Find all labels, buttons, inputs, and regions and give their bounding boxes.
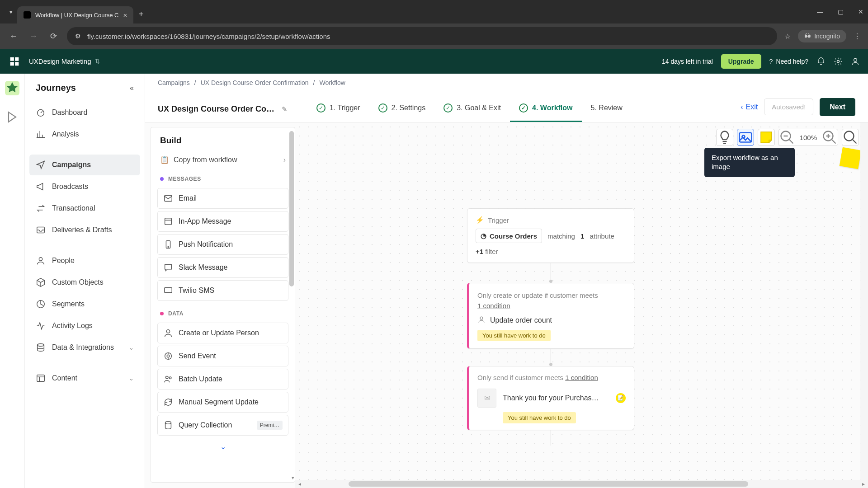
step-review[interactable]: 5. Review [582, 96, 632, 122]
email-title: Thank you for your Purchas… [503, 394, 609, 402]
help-icon: ? [769, 58, 773, 65]
account-icon[interactable] [851, 57, 860, 66]
collapse-sidebar-icon[interactable]: « [130, 84, 134, 92]
scroll-right-icon[interactable]: ▸ [859, 481, 868, 487]
step-goal[interactable]: ✓3. Goal & Exit [434, 96, 510, 122]
send-icon [36, 160, 46, 170]
megaphone-icon [36, 182, 46, 192]
sidebar-item-campaigns[interactable]: Campaigns [29, 155, 140, 175]
workspace-switcher[interactable]: UXDesign Marketing ⇅ [29, 57, 100, 65]
block-send-event[interactable]: Send Event [157, 346, 288, 366]
sidebar-item-transactional[interactable]: Transactional [29, 198, 140, 219]
sidebar-item-analysis[interactable]: Analysis [29, 124, 140, 145]
sidebar-item-content[interactable]: Content ⌄ [29, 368, 140, 389]
svg-point-23 [844, 131, 854, 141]
sidebar-item-data[interactable]: Data & Integrations ⌄ [29, 337, 140, 358]
horizontal-scrollbar[interactable]: ◂ ▸ [295, 480, 868, 488]
help-label: Need help? [776, 58, 808, 65]
search-button[interactable] [842, 129, 859, 146]
sidebar-item-people[interactable]: People [29, 250, 140, 271]
sidebar-item-label: Transactional [52, 204, 95, 212]
copy-from-workflow-button[interactable]: 📋 Copy from workflow › [157, 151, 288, 169]
window-close-icon[interactable]: ✕ [858, 8, 863, 15]
step-workflow[interactable]: ✓4. Workflow [510, 96, 582, 122]
svg-point-15 [167, 355, 170, 357]
switch-icon: ⇅ [95, 58, 100, 65]
workflow-canvas[interactable]: 100% Export workflow as an image ⚡Trigge… [295, 122, 868, 488]
block-batch[interactable]: Batch Update [157, 369, 288, 389]
lightbulb-button[interactable] [716, 129, 733, 146]
block-twilio[interactable]: Twilio SMS [157, 280, 288, 301]
window-minimize-icon[interactable]: — [817, 8, 823, 15]
close-icon[interactable]: × [123, 11, 127, 19]
sidebar-item-broadcasts[interactable]: Broadcasts [29, 176, 140, 197]
rail-item-icon[interactable] [5, 110, 19, 124]
zoom-control: 100% [778, 129, 838, 146]
help-link[interactable]: ? Need help? [769, 58, 808, 65]
incognito-label: Incognito [814, 33, 840, 40]
site-settings-icon[interactable]: ⚙ [75, 33, 81, 40]
address-bar[interactable]: ⚙ fly.customer.io/workspaces/160831/jour… [67, 27, 777, 45]
sidebar-item-label: Analysis [52, 130, 79, 138]
sidebar-item-deliveries[interactable]: Deliveries & Drafts [29, 220, 140, 240]
scrollbar[interactable] [289, 131, 294, 477]
rail-journeys-icon[interactable] [5, 81, 19, 95]
sidebar-item-dashboard[interactable]: Dashboard [29, 102, 140, 123]
vertical-scrollbar[interactable] [860, 122, 868, 480]
canvas-toolbar: 100% [716, 129, 859, 146]
app-logo[interactable] [8, 55, 21, 68]
sidebar-item-segments[interactable]: Segments [29, 294, 140, 314]
settings-icon[interactable] [834, 57, 843, 66]
sidebar-title: Journeys [36, 83, 76, 93]
browser-toolbar: ← → ⟳ ⚙ fly.customer.io/workspaces/16083… [0, 23, 868, 49]
workspace-name: UXDesign Marketing [29, 57, 91, 65]
upgrade-button[interactable]: Upgrade [721, 54, 761, 69]
scroll-left-icon[interactable]: ◂ [295, 481, 304, 487]
trigger-node[interactable]: ⚡Trigger ◔Course Orders matching 1 attri… [467, 208, 634, 263]
sidebar-item-objects[interactable]: Custom Objects [29, 272, 140, 293]
block-push[interactable]: Push Notification [157, 234, 288, 255]
svg-point-16 [166, 376, 169, 379]
breadcrumb-link[interactable]: UX Design Course Order Confirmation [201, 79, 309, 86]
window-maximize-icon[interactable]: ▢ [838, 8, 844, 15]
block-segment-update[interactable]: Manual Segment Update [157, 392, 288, 413]
incognito-badge[interactable]: 🕶 Incognito [798, 30, 846, 42]
breadcrumb-link[interactable]: Campaigns [158, 79, 190, 86]
block-create-person[interactable]: Create or Update Person [157, 323, 288, 343]
exit-link[interactable]: ‹Exit [741, 103, 758, 111]
segment-chip[interactable]: ◔Course Orders [476, 229, 542, 243]
zoom-in-button[interactable] [821, 129, 838, 145]
reload-icon[interactable]: ⟳ [47, 30, 60, 42]
expand-down-button[interactable]: ⌄ [157, 438, 288, 455]
workflow-editor: ▴ Build 📋 Copy from workflow › MESSAGES … [145, 122, 868, 488]
tab-dropdown-icon[interactable]: ▾ [5, 5, 17, 18]
note-indicator-icon[interactable]: 📝 [616, 393, 626, 403]
bolt-icon: ⚡ [476, 216, 484, 224]
target-icon [163, 351, 173, 361]
block-inapp[interactable]: In-App Message [157, 211, 288, 232]
person-icon [36, 256, 46, 266]
email-node[interactable]: Only send if customer meets 1 condition … [467, 366, 634, 430]
sidebar-item-activity[interactable]: Activity Logs [29, 315, 140, 336]
edit-icon[interactable]: ✎ [282, 105, 288, 113]
product-rail [0, 74, 25, 488]
browser-menu-icon[interactable]: ⋮ [854, 32, 861, 41]
step-trigger[interactable]: ✓1. Trigger [307, 96, 369, 122]
block-query[interactable]: Query CollectionPremi… [157, 415, 288, 436]
export-image-button[interactable] [737, 129, 754, 146]
block-email[interactable]: Email [157, 188, 288, 209]
step-settings[interactable]: ✓2. Settings [369, 96, 435, 122]
next-button[interactable]: Next [820, 98, 855, 116]
notifications-icon[interactable] [816, 57, 826, 66]
svg-point-18 [165, 422, 171, 424]
zoom-out-button[interactable] [779, 129, 795, 145]
back-icon[interactable]: ← [7, 30, 20, 42]
block-slack[interactable]: Slack Message [157, 257, 288, 278]
browser-tab[interactable]: Workflow | UX Design Course C × [17, 6, 133, 23]
update-person-node[interactable]: Only create or update if customer meets … [467, 283, 634, 349]
sticky-note-button[interactable] [758, 129, 775, 146]
sticky-note[interactable] [840, 147, 862, 169]
new-tab-button[interactable]: + [133, 9, 149, 19]
bookmark-icon[interactable]: ☆ [784, 32, 791, 41]
svg-rect-7 [37, 375, 45, 382]
